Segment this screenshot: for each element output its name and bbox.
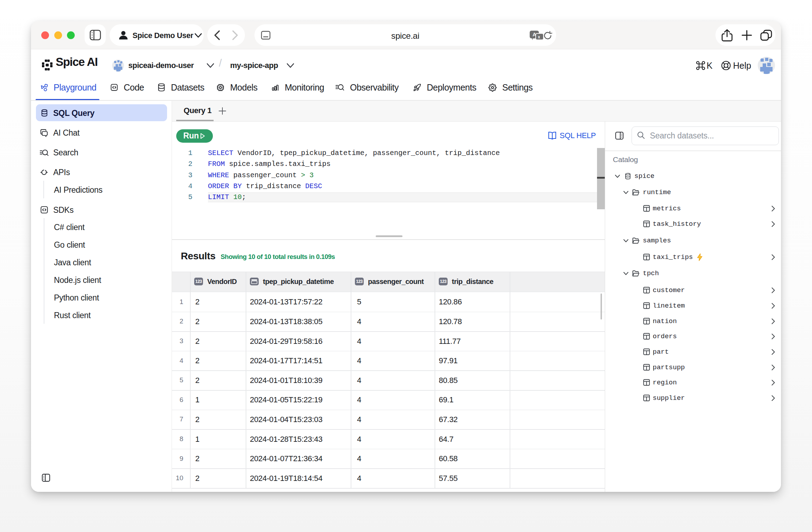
svg-text:x: x bbox=[538, 35, 540, 39]
